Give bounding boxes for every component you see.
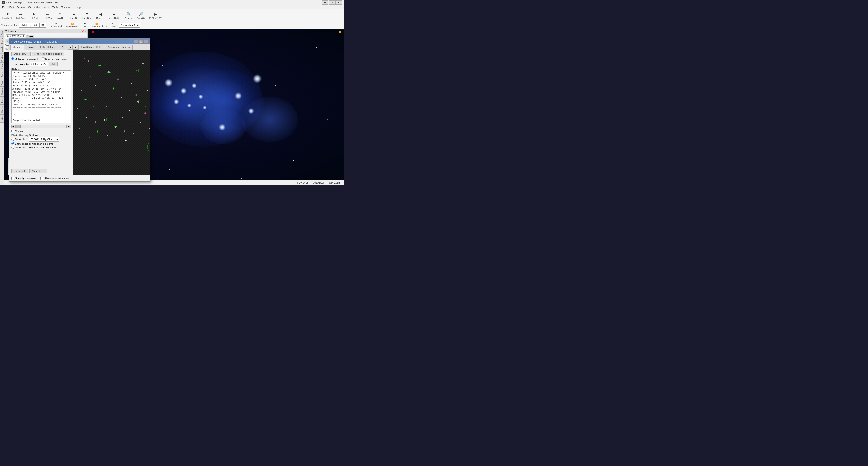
go-backward-button[interactable]: ⏮ Go Backward [48,22,64,29]
sidebar-tab-labels[interactable]: Labels [0,45,4,54]
scale-set-button[interactable]: Set [49,62,58,66]
svg-point-68 [145,113,146,114]
menu-display[interactable]: Display [16,6,26,9]
dialog-title-bar: ✕ Autosave Image -041L.fit - Image Link … [9,39,150,44]
computer-clock-label: Computer Clock [1,24,19,27]
star-alcyone [164,79,173,87]
sidebar-tab-tours[interactable]: Tours [0,71,4,79]
status-indicator [339,31,341,33]
bg-star [151,61,151,61]
find-astrometric-button[interactable]: Find Astrometric Solution [32,52,64,56]
tab-nav-left[interactable]: ◀ [68,45,72,50]
panel-controls: 📌 ✕ [81,30,86,32]
sidebar-tab-tele[interactable]: Tele... [0,79,4,87]
rate-selector[interactable]: 1x (realtime) 10x 100x [119,23,140,28]
bg-star [327,119,328,120]
look-north-button[interactable]: ⬆ Look North [1,10,14,21]
mount-icon[interactable]: ⚙ ◀▶ [26,35,34,38]
zoom-out-button[interactable]: 🔎 Zoom Out [135,10,147,21]
dialog-maximize[interactable]: □ [138,39,144,44]
astrometric-stars-checkbox[interactable] [40,177,43,180]
menu-tools[interactable]: Tools [51,6,59,9]
show-photo-radio[interactable]: Show photo [11,138,28,141]
scroll-left-arrow[interactable]: ◀ [11,125,15,128]
bg-star [208,65,208,66]
sidebar-tab-photos[interactable]: Photos [0,54,4,63]
svg-point-12 [142,63,144,64]
panel-close[interactable]: ✕ [84,30,86,32]
close-button[interactable]: ✕ [336,0,342,4]
sidebar-tab-date[interactable]: Date... [0,37,4,45]
sidebar-tab-find[interactable]: Find [0,30,4,36]
show-light-sources-check[interactable]: Show light sources [11,177,36,180]
step-backward-button[interactable]: ⏪ Step Backward [64,22,81,29]
move-left-button[interactable]: ◀ Move Left [95,10,107,21]
look-up-icon: ⊙ [57,11,63,17]
bg-star [241,70,242,70]
move-up-button[interactable]: ▲ Move Up [68,10,80,21]
break-link-button[interactable]: Break Link [11,169,28,174]
sidebar-tab-cha[interactable]: Cha... [0,63,4,71]
sidebar-tab-dome[interactable]: Dome [0,96,4,104]
sidebar-tab-camera[interactable]: Camera [0,104,4,114]
verbose-checkbox[interactable] [11,130,14,132]
bg-star [332,169,332,169]
scroll-right-arrow[interactable]: ▶ [67,125,71,128]
menu-edit[interactable]: Edit [8,6,15,9]
menu-help[interactable]: Help [74,6,82,9]
look-south-button[interactable]: ⬇ Look South [27,10,41,21]
bg-star [287,97,287,97]
tab-astrometric[interactable]: Astrometric Solution [105,45,133,50]
light-sources-checkbox[interactable] [11,177,14,180]
tab-light-source[interactable]: Light Source Data [79,45,104,50]
app-title: Chart Settings* - TheSkyX Professional E… [6,1,322,4]
show-front-radio[interactable]: Show photo in front of chart elements [11,146,71,149]
tab-nav-right[interactable]: ▶ [73,45,78,50]
tab-fovi-options[interactable]: FOVI Options [37,45,59,50]
look-east-button[interactable]: ➡ Look East [14,10,27,21]
sky-chart-percent-select[interactable]: 70.00% of Sky Chart 50.00% of Sky Chart … [29,137,59,142]
sidebar-tab-auto[interactable]: Auto... [0,115,4,123]
step-forward-button[interactable]: ⏩ Step Forward [89,22,104,29]
panel-pin[interactable]: 📌 [81,30,84,32]
maximize-button[interactable]: □ [329,0,335,4]
svg-point-16 [131,83,132,84]
tab-ai[interactable]: AI [59,45,67,50]
verbose-checkbox-row[interactable]: Verbose [11,130,71,132]
move-down-button[interactable]: ▼ Move Down [80,10,94,21]
close-fits-button[interactable]: Close FITS [29,169,47,174]
telescope-panel-title: Telescope [5,30,17,33]
show-astrometric-stars-check[interactable]: Show astrometric stars [40,177,70,180]
look-up-button[interactable]: ⊙ Look Up [54,10,66,21]
sidebar-tab-obse[interactable]: Obse... [0,87,4,96]
scroll-track[interactable] [16,125,67,128]
bg-star [230,156,230,156]
show-behind-radio[interactable]: Show photo behind chart elements [11,142,71,145]
move-right-button[interactable]: ▶ Move Right [107,10,121,21]
dialog-close[interactable]: ✕ [144,39,149,44]
known-scale-radio[interactable]: Known image scale [41,57,67,60]
menu-input[interactable]: Input [42,6,51,9]
go-forward-icon: ⏭ [111,23,113,25]
tab-setup[interactable]: Setup [25,45,37,50]
zoom-in-button[interactable]: 🔍 Zoom In [123,10,134,21]
menu-orientation[interactable]: Orientation [27,6,42,9]
unknown-scale-radio[interactable]: Unknown image scale [11,57,39,60]
svg-point-34 [133,133,134,134]
mount-row: ASCOM Mount ⚙ ◀▶ [5,34,87,38]
menu-telescope[interactable]: Telescope [60,6,74,9]
scale-input[interactable] [30,62,48,66]
dialog-x-icon: ✕ [11,40,13,43]
stop-button[interactable]: ⏹ Stop [81,22,89,29]
menu-file[interactable]: File [1,6,8,9]
scroll-thumb[interactable] [16,125,21,128]
status-scrollbar: ◀ ▶ [11,125,71,128]
fov-selector-button[interactable]: ◉ 2° 28' x 2° 28' [148,10,163,21]
svg-point-65 [135,94,137,96]
go-forward-button[interactable]: ⏭ Go Forward [105,22,119,29]
dialog-minimize[interactable]: — [133,39,138,44]
look-west-button[interactable]: ⬅ Look West [41,10,54,21]
minimize-button[interactable]: — [322,0,328,4]
open-fits-button[interactable]: Open FITS... [11,52,31,56]
tab-search[interactable]: Search [10,45,24,50]
